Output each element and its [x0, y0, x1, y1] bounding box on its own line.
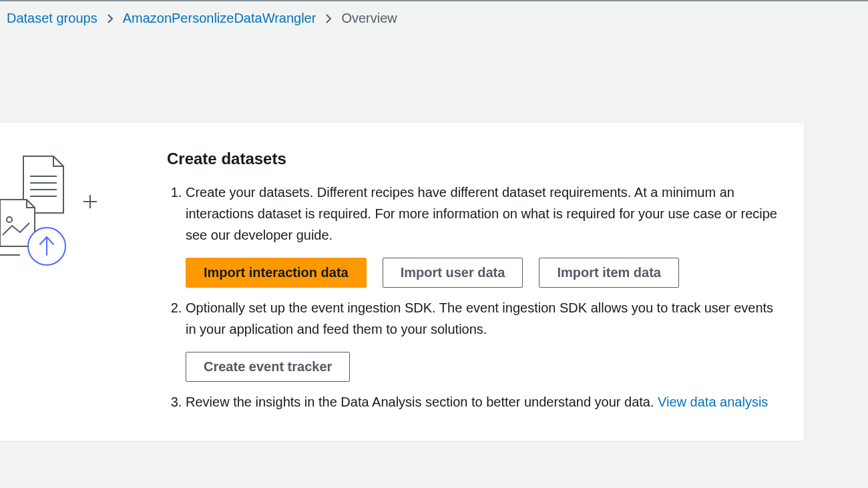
page: Dataset groups AmazonPersonlizeDataWrang… — [0, 0, 868, 488]
panel-content: Create datasets Create your datasets. Di… — [167, 150, 777, 422]
chevron-right-icon — [107, 13, 114, 24]
create-datasets-panel: Create datasets Create your datasets. Di… — [0, 122, 805, 441]
import-user-data-button[interactable]: Import user data — [383, 258, 523, 288]
step-2: Optionally set up the event ingestion SD… — [186, 297, 777, 382]
step-1-buttons: Import interaction data Import user data… — [186, 258, 777, 288]
breadcrumb: Dataset groups AmazonPersonlizeDataWrang… — [0, 1, 868, 35]
step-1: Create your datasets. Different recipes … — [186, 182, 777, 288]
panel-title: Create datasets — [167, 150, 777, 168]
breadcrumb-dataset-groups[interactable]: Dataset groups — [7, 11, 97, 26]
step-3-text: Review the insights in the Data Analysis… — [186, 395, 658, 409]
import-interaction-data-button[interactable]: Import interaction data — [186, 258, 367, 288]
create-event-tracker-button[interactable]: Create event tracker — [186, 352, 350, 382]
import-item-data-button[interactable]: Import item data — [539, 258, 679, 288]
datasets-illustration — [0, 150, 167, 422]
step-1-text: Create your datasets. Different recipes … — [186, 185, 777, 242]
step-2-buttons: Create event tracker — [186, 352, 777, 382]
breadcrumb-current: Overview — [341, 11, 397, 26]
steps-list: Create your datasets. Different recipes … — [167, 182, 777, 413]
breadcrumb-group-link[interactable]: AmazonPersonlizeDataWrangler — [123, 11, 316, 26]
step-2-text: Optionally set up the event ingestion SD… — [186, 300, 773, 336]
step-3: Review the insights in the Data Analysis… — [186, 391, 777, 413]
chevron-right-icon — [325, 13, 332, 24]
view-data-analysis-link[interactable]: View data analysis — [658, 395, 768, 409]
